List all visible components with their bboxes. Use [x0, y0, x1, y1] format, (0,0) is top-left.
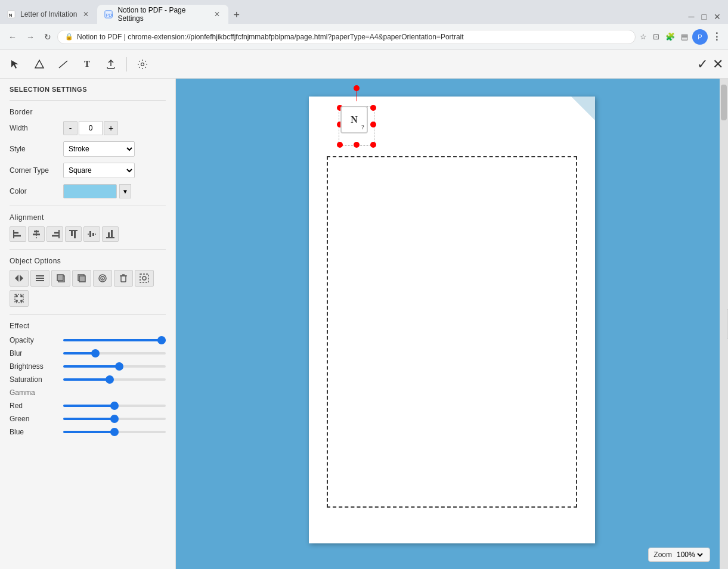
crop-button[interactable] [135, 270, 154, 287]
style-select[interactable]: Stroke Dashed Dotted None [63, 141, 135, 157]
toolbar-separator [126, 57, 127, 71]
window-close-button[interactable]: ✕ [711, 10, 723, 24]
svg-text:N: N [9, 13, 13, 18]
handle-bot-right[interactable] [370, 142, 376, 148]
align-left-button[interactable] [10, 226, 26, 242]
send-back-button[interactable] [72, 270, 91, 287]
object-options-grid-row2 [10, 290, 166, 307]
confirm-button[interactable]: ✓ [697, 57, 708, 72]
forward-button[interactable]: → [23, 30, 38, 44]
magic-select-button[interactable] [10, 290, 29, 307]
selection-settings-title: SELECTION SETTINGS [10, 86, 166, 93]
new-tab-button[interactable]: + [228, 7, 244, 24]
extensions-button[interactable]: 🧩 [664, 30, 677, 43]
svg-rect-24 [36, 275, 44, 276]
width-minus-button[interactable]: - [63, 121, 78, 135]
tab-letter-of-invitation[interactable]: N Letter of Invitation ✕ [0, 5, 97, 24]
width-value-input[interactable] [79, 121, 103, 135]
blur-slider[interactable] [63, 352, 166, 355]
svg-rect-30 [79, 276, 85, 282]
handle-mid-right[interactable] [370, 122, 376, 128]
cancel-button[interactable]: ✕ [712, 57, 723, 72]
blur-label: Blur [10, 349, 63, 357]
blur-slider-row: Blur [10, 349, 166, 357]
svg-rect-16 [74, 231, 76, 238]
layer-button[interactable] [30, 270, 49, 287]
handle-top-above[interactable] [354, 85, 360, 91]
shape-tool-button[interactable] [29, 54, 50, 75]
refresh-button[interactable]: ↻ [41, 30, 55, 44]
svg-rect-22 [111, 230, 113, 237]
corner-type-select[interactable]: Square Round Bevel [63, 163, 135, 178]
dashed-bottom-border [327, 506, 577, 508]
profile-avatar[interactable]: P [692, 29, 708, 45]
dashed-top-border [327, 156, 577, 157]
color-field-row: Color ▼ [10, 184, 166, 198]
opacity-slider[interactable] [63, 339, 166, 341]
saturation-slider[interactable] [63, 378, 166, 381]
corner-type-field-row: Corner Type Square Round Bevel [10, 163, 166, 178]
text-tool-button[interactable]: T [76, 54, 98, 75]
notion-selected-object[interactable]: N ? [336, 101, 377, 149]
handle-bot-center[interactable] [354, 142, 360, 148]
minimize-button[interactable]: ─ [686, 10, 697, 24]
style-label: Style [10, 145, 63, 153]
width-input-group: - + [63, 121, 166, 135]
screenshare-button[interactable]: ⊡ [651, 30, 661, 43]
align-right-button[interactable] [47, 226, 63, 242]
brightness-label: Brightness [10, 362, 63, 371]
canvas-area: ◀ [176, 79, 728, 569]
app-toolbar: T ✓ ✕ [0, 50, 728, 79]
bring-front-button[interactable] [51, 270, 70, 287]
blue-slider[interactable] [63, 431, 166, 433]
zoom-label: Zoom [653, 551, 672, 559]
notion-icon-sub: ? [361, 124, 364, 130]
width-control: - + [63, 121, 166, 135]
style-control: Stroke Dashed Dotted None [63, 141, 166, 157]
align-top-button[interactable] [65, 226, 82, 242]
color-dropdown-button[interactable]: ▼ [119, 184, 131, 198]
blue-slider-row: Blue [10, 428, 166, 436]
align-center-v-button[interactable] [28, 226, 45, 242]
url-text: Notion to PDF | chrome-extension://pionf… [77, 33, 628, 41]
checker-area [309, 120, 595, 543]
upload-tool-button[interactable] [100, 54, 122, 75]
tab2-close[interactable]: ✕ [213, 9, 221, 20]
maximize-button[interactable]: □ [699, 10, 709, 24]
zoom-select[interactable]: 100% 50% 75% 125% 150% 200% [674, 550, 705, 559]
url-bar[interactable]: 🔒 Notion to PDF | chrome-extension://pio… [57, 30, 636, 44]
svg-point-5 [141, 63, 144, 66]
line-tool-button[interactable] [52, 54, 74, 75]
green-slider[interactable] [63, 418, 166, 420]
alignment-section-title: Alignment [10, 213, 166, 222]
address-bar: ← → ↻ 🔒 Notion to PDF | chrome-extension… [0, 24, 728, 50]
menu-button[interactable]: ⋮ [710, 29, 723, 44]
svg-point-41 [16, 300, 18, 302]
scrollbar-thumb[interactable] [721, 85, 727, 120]
address-bar-right: ☆ ⊡ 🧩 ▤ P ⋮ [638, 29, 723, 45]
back-button[interactable]: ← [5, 30, 20, 44]
delete-button[interactable] [114, 270, 133, 287]
svg-point-40 [16, 295, 18, 297]
tab-notion-pdf-settings[interactable]: PDF Notion to PDF - Page Settings ✕ [97, 5, 228, 24]
handle-bot-left[interactable] [337, 142, 343, 148]
settings-tool-button[interactable] [132, 54, 153, 75]
red-slider[interactable] [63, 405, 166, 407]
svg-point-42 [20, 295, 23, 297]
brightness-slider-row: Brightness [10, 362, 166, 371]
brightness-slider[interactable] [63, 365, 166, 368]
align-middle-h-button[interactable] [83, 226, 100, 242]
color-swatch[interactable] [63, 184, 117, 198]
handle-top-right[interactable] [370, 105, 376, 111]
align-bottom-button[interactable] [102, 226, 119, 242]
sidebar-toggle-button[interactable]: ▤ [679, 30, 690, 43]
width-plus-button[interactable]: + [104, 121, 118, 135]
select-tool-button[interactable] [5, 54, 26, 75]
corner-type-control: Square Round Bevel [63, 163, 166, 178]
bookmark-button[interactable]: ☆ [638, 30, 649, 43]
target-button[interactable] [93, 270, 112, 287]
browser-frame: N Letter of Invitation ✕ PDF Notion to P… [0, 0, 728, 569]
tab1-close[interactable]: ✕ [82, 9, 90, 20]
svg-rect-6 [14, 232, 18, 234]
flip-h-button[interactable] [10, 270, 29, 287]
